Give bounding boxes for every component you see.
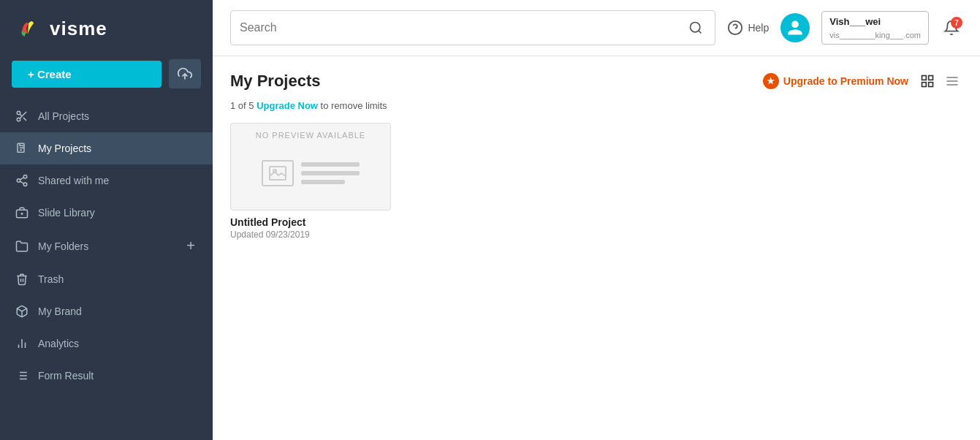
help-label: Help (748, 22, 769, 34)
nav-label-all-projects: All Projects (38, 110, 198, 122)
logo-text: visme (50, 18, 107, 40)
svg-rect-33 (929, 76, 933, 80)
svg-rect-35 (929, 83, 933, 87)
no-preview-label: NO PREVIEW AVAILABLE (231, 131, 390, 140)
grid-view-button[interactable] (917, 71, 938, 91)
view-controls (917, 71, 962, 91)
user-name: Vish___wei (829, 15, 921, 29)
image-placeholder-icon (262, 160, 294, 186)
nav-item-all-projects[interactable]: All Projects (0, 100, 213, 132)
nav-label-trash: Trash (38, 273, 198, 285)
nav-item-trash[interactable]: Trash (0, 263, 213, 295)
thumbnail-placeholder (262, 160, 360, 186)
notification-badge: 7 (951, 17, 962, 29)
add-folder-button[interactable]: + (183, 238, 198, 254)
briefcase-icon (15, 205, 29, 220)
create-button[interactable]: + Create (12, 61, 162, 88)
logo-area: visme (0, 0, 213, 53)
svg-line-14 (20, 178, 23, 180)
user-info-box: Vish___wei vis________king___.com (821, 11, 929, 45)
document-icon (15, 141, 29, 156)
content-area: My Projects ★ Upgrade to Premium Now (213, 56, 980, 440)
svg-line-29 (699, 31, 702, 34)
line-bar (301, 171, 360, 175)
sidebar: visme + Create All Projects (0, 0, 213, 440)
svg-point-11 (17, 179, 20, 183)
page-title: My Projects (230, 72, 321, 91)
limits-suffix: to remove limits (321, 100, 387, 111)
svg-point-10 (23, 175, 27, 179)
svg-rect-34 (922, 83, 927, 87)
user-email: vis________king___.com (829, 29, 921, 42)
content-header: My Projects ★ Upgrade to Premium Now (230, 71, 962, 91)
nav-item-form-result[interactable]: Form Result (0, 360, 213, 392)
nav-label-my-folders: My Folders (38, 240, 175, 252)
upgrade-label: Upgrade to Premium Now (783, 75, 908, 87)
search-bar (230, 10, 715, 45)
nav-label-my-brand: My Brand (38, 306, 198, 317)
nav-item-slide-library[interactable]: Slide Library (0, 197, 213, 229)
folder-icon (15, 239, 29, 254)
analytics-icon (15, 336, 29, 351)
svg-point-3 (17, 118, 20, 121)
svg-line-6 (20, 114, 22, 116)
lines-placeholder (301, 162, 360, 184)
project-name: Untitled Project (230, 216, 391, 228)
search-input[interactable] (240, 21, 685, 34)
main-content: Help Vish___wei vis________king___.com 7… (213, 0, 980, 440)
svg-point-12 (23, 183, 27, 186)
line-bar (301, 180, 345, 184)
list-icon (15, 368, 29, 383)
nav-label-shared-with-me: Shared with me (38, 175, 198, 186)
project-date: Updated 09/23/2019 (230, 230, 391, 240)
svg-point-2 (17, 111, 20, 115)
list-view-button[interactable] (942, 71, 962, 91)
svg-rect-32 (922, 76, 927, 80)
search-button[interactable] (685, 20, 706, 35)
svg-line-5 (23, 118, 26, 121)
project-thumbnail: NO PREVIEW AVAILABLE (230, 123, 391, 210)
notification-button[interactable]: 7 (941, 17, 962, 39)
upgrade-banner[interactable]: ★ Upgrade to Premium Now (763, 73, 908, 89)
svg-line-13 (20, 181, 23, 183)
help-button[interactable]: Help (727, 20, 769, 36)
upgrade-star-icon: ★ (763, 73, 779, 89)
projects-grid: NO PREVIEW AVAILABLE (230, 123, 962, 240)
line-bar (301, 162, 360, 167)
limits-bar: 1 of 5 Upgrade Now to remove limits (230, 100, 962, 111)
nav-item-my-folders[interactable]: My Folders + (0, 229, 213, 263)
nav-label-slide-library: Slide Library (38, 207, 198, 219)
header: Help Vish___wei vis________king___.com 7 (213, 0, 980, 56)
box-icon (15, 304, 29, 319)
nav-item-analytics[interactable]: Analytics (0, 327, 213, 360)
sidebar-actions: + Create (0, 53, 213, 100)
nav-label-form-result: Form Result (38, 370, 198, 382)
svg-point-28 (691, 23, 700, 32)
nav-item-shared-with-me[interactable]: Shared with me (0, 164, 213, 197)
visme-logo-icon (15, 15, 42, 42)
nav-item-my-brand[interactable]: My Brand (0, 295, 213, 327)
scissors-icon (15, 109, 29, 124)
nav-label-my-projects: My Projects (38, 143, 198, 154)
avatar-button[interactable] (780, 13, 810, 42)
nav-item-my-projects[interactable]: My Projects (0, 132, 213, 164)
limits-text: 1 of 5 (230, 100, 254, 111)
upload-button[interactable] (169, 59, 201, 88)
project-card[interactable]: NO PREVIEW AVAILABLE (230, 123, 391, 240)
upgrade-now-link[interactable]: Upgrade Now (257, 100, 318, 111)
nav-label-analytics: Analytics (38, 338, 198, 349)
share-icon (15, 173, 29, 188)
trash-icon (15, 272, 29, 287)
